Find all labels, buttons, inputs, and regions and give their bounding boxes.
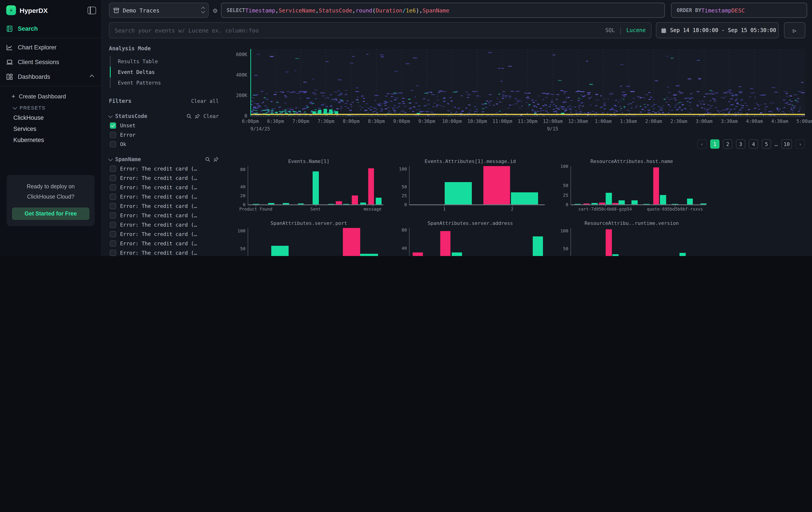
timeline-x-tick: 9:00pm <box>393 118 410 124</box>
checkbox[interactable] <box>110 240 116 247</box>
search-icon[interactable] <box>186 113 192 119</box>
sql-mode-toggle[interactable]: SQL <box>605 27 615 33</box>
filter-option-label: Error: The credit card (… <box>120 212 197 219</box>
sidebar-item-client-sessions[interactable]: Client Sessions <box>0 55 102 70</box>
get-started-button[interactable]: Get Started for Free <box>12 208 89 220</box>
checkbox[interactable] <box>110 123 116 129</box>
filter-option[interactable]: Unset <box>109 123 219 129</box>
filter-option[interactable]: Error: The credit card (… <box>109 175 219 181</box>
create-dashboard-button[interactable]: + Create Dashboard <box>0 90 102 102</box>
clickhouse-cloud-promo: Ready to deploy on ClickHouse Cloud? Get… <box>7 175 95 226</box>
query-token: 1e6 <box>406 7 416 14</box>
bar <box>352 195 358 204</box>
analysis-mode-event-deltas[interactable]: Event Deltas <box>110 67 219 78</box>
filter-option[interactable]: Error: The credit card (… <box>109 222 219 228</box>
chart-plot[interactable] <box>571 228 706 256</box>
run-query-button[interactable]: ▷ <box>784 22 805 38</box>
sidebar-item-dashboards[interactable]: Dashboards <box>0 70 102 84</box>
page-button-2[interactable]: 2 <box>723 139 732 149</box>
checkbox[interactable] <box>110 203 116 209</box>
gear-icon[interactable]: ⚙ <box>213 6 217 15</box>
filter-option[interactable]: Error <box>109 132 219 138</box>
date-range-picker[interactable]: Sep 14 18:00:00 - Sep 15 05:30:00 <box>656 22 779 38</box>
search-icon[interactable] <box>205 157 210 162</box>
page-button-10[interactable]: 10 <box>781 139 792 149</box>
y-tick-label: 20 <box>402 255 407 256</box>
bar <box>413 253 423 256</box>
checkbox[interactable] <box>110 194 116 200</box>
filter-option[interactable]: Ok <box>109 141 219 147</box>
chart-title: Events.Name[1] <box>234 159 383 164</box>
filter-group-name[interactable]: SpanName <box>115 156 141 162</box>
checkbox[interactable] <box>110 175 116 181</box>
checkbox[interactable] <box>110 184 116 191</box>
analysis-mode-results-table[interactable]: Results Table <box>110 56 219 67</box>
sidebar-item-clickhouse[interactable]: ClickHouse <box>0 112 102 123</box>
timeline-x-tick: 4:00am <box>746 118 763 124</box>
bar <box>592 203 598 204</box>
checkbox[interactable] <box>110 231 116 237</box>
pin-icon[interactable] <box>213 157 219 162</box>
query-token: ), <box>416 7 423 14</box>
y-tick-label: 50 <box>563 246 568 251</box>
chevron-down-icon[interactable] <box>108 157 113 161</box>
filter-group-name[interactable]: StatusCode <box>115 113 147 119</box>
bar <box>298 203 304 204</box>
page-button-1[interactable]: 1 <box>710 139 720 149</box>
chart-plot[interactable] <box>409 228 545 256</box>
checkbox[interactable] <box>110 222 116 228</box>
chevron-down-icon[interactable] <box>108 113 113 118</box>
filter-option[interactable]: Error: The credit card (… <box>109 250 219 256</box>
select-clause-input[interactable]: SELECT Timestamp, ServiceName, StatusCod… <box>221 3 665 18</box>
topbar-row-query: Demo Traces ⚙ SELECT Timestamp, ServiceN… <box>102 0 812 21</box>
bar <box>618 200 625 204</box>
lucene-mode-toggle[interactable]: Lucene <box>626 27 646 33</box>
filter-option[interactable]: Error: The credit card (… <box>109 240 219 247</box>
analysis-mode-event-patterns[interactable]: Event Patterns <box>110 78 219 88</box>
checkbox[interactable] <box>110 212 116 219</box>
bar <box>253 204 259 204</box>
plus-icon: + <box>11 92 15 100</box>
timeline-x-tick: 6:30pm <box>267 118 284 124</box>
sidebar-item-search[interactable]: Search <box>0 21 102 36</box>
clear-all-button[interactable]: Clear all <box>191 98 219 104</box>
filter-option[interactable]: Error: The credit card (… <box>109 194 219 200</box>
data-source-select[interactable]: Demo Traces <box>109 3 208 18</box>
filter-option[interactable]: Error: The credit card (… <box>109 231 219 237</box>
search-input[interactable]: Search your events w/ Lucene ex. column:… <box>109 22 651 38</box>
timeline-y-tick: 200K <box>236 92 247 98</box>
page-button-4[interactable]: 4 <box>749 139 758 149</box>
laptop-icon <box>6 59 13 65</box>
order-by-input[interactable]: ORDER BY Timestamp DESC <box>671 3 807 18</box>
sidebar-item-kubernetes[interactable]: Kubernetes <box>0 134 102 145</box>
checkbox[interactable] <box>110 132 116 138</box>
page-button-5[interactable]: 5 <box>762 139 771 149</box>
timeline-chart[interactable]: 600K400K200K0 <box>230 49 805 117</box>
bar <box>583 204 589 204</box>
checkbox[interactable] <box>110 141 116 147</box>
histogram-Events.Attributes[1].message.id: Events.Attributes[1].message.id025501001… <box>396 159 545 212</box>
clear-group-button[interactable]: Clear <box>203 113 219 119</box>
sidebar-item-services[interactable]: Services <box>0 123 102 134</box>
checkbox[interactable] <box>110 250 116 256</box>
next-page-button[interactable]: › <box>795 139 805 149</box>
chart-y-axis: 02550100 <box>557 228 571 256</box>
chart-plot[interactable] <box>248 228 383 256</box>
sidebar-collapse-icon[interactable] <box>88 6 96 14</box>
checkbox[interactable] <box>110 166 116 172</box>
filter-option-label: Unset <box>120 123 136 129</box>
filter-option[interactable]: Error: The credit card (… <box>109 166 219 172</box>
presets-toggle[interactable]: PRESETS <box>0 102 102 112</box>
filter-option[interactable]: Error: The credit card (… <box>109 203 219 209</box>
filter-option[interactable]: Error: The credit card (… <box>109 212 219 219</box>
timeline-plot[interactable] <box>250 49 805 117</box>
page-button-3[interactable]: 3 <box>736 139 745 149</box>
chart-plot[interactable] <box>248 166 383 205</box>
chart-plot[interactable] <box>409 166 545 205</box>
chart-plot[interactable] <box>571 166 706 205</box>
prev-page-button[interactable]: ‹ <box>697 139 706 149</box>
pin-icon[interactable] <box>195 113 200 119</box>
filter-option[interactable]: Error: The credit card (… <box>109 184 219 191</box>
sidebar-item-chart-explorer[interactable]: Chart Explorer <box>0 40 102 55</box>
y-tick-label: 50 <box>563 183 568 188</box>
